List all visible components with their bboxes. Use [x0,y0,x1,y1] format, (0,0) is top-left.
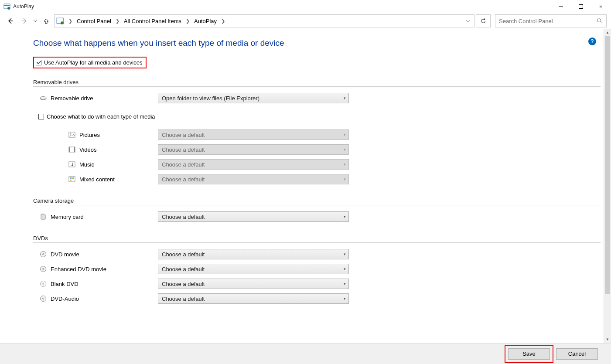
enhanced-dvd-dropdown[interactable]: Choose a default▾ [158,264,349,274]
dvd-item-label: Blank DVD [51,281,158,287]
dropdown-value: Choose a default [162,296,205,302]
videos-dropdown[interactable]: Choose a default▾ [158,144,349,155]
back-button[interactable] [4,15,17,27]
maximize-button[interactable] [571,0,591,13]
svg-rect-28 [44,214,44,215]
forward-button[interactable] [18,15,31,27]
address-bar[interactable]: ❯ Control Panel ❯ All Control Panel Item… [54,14,474,27]
search-box[interactable] [495,14,607,27]
svg-point-14 [40,97,46,99]
dropdown-value: Choose a default [162,281,205,287]
chevron-down-icon: ▾ [344,267,346,271]
svg-point-32 [43,269,44,270]
address-dropdown-icon[interactable] [464,20,472,22]
chevron-down-icon: ▾ [344,177,346,181]
media-type-label: Music [79,161,158,168]
svg-point-16 [70,133,72,135]
dvd-icon [38,280,48,287]
chevron-down-icon: ▾ [344,133,346,137]
search-input[interactable] [499,18,597,24]
mixed-content-icon [67,176,77,183]
cancel-button[interactable]: Cancel [556,348,598,360]
dropdown-value: Choose a default [162,214,205,220]
svg-point-11 [597,19,601,22]
dvd-icon [38,295,48,302]
media-type-label: Videos [79,146,158,153]
window-title: AutoPlay [13,3,34,10]
dropdown-value: Open folder to view files (File Explorer… [162,95,259,102]
removable-drive-icon [38,95,48,102]
svg-rect-23 [70,177,72,179]
chevron-down-icon: ▾ [344,96,346,100]
scrollbar-thumb[interactable] [605,36,610,294]
media-type-label: Mixed content [79,176,158,183]
dvd-movie-dropdown[interactable]: Choose a default▾ [158,249,349,259]
choose-each-type-label: Choose what to do with each type of medi… [47,113,155,120]
chevron-right-icon: ❯ [221,18,225,24]
dropdown-value: Choose a default [162,146,205,153]
close-button[interactable] [591,0,611,13]
svg-rect-24 [72,177,74,179]
chevron-down-icon: ▾ [344,214,346,219]
media-type-label: Pictures [79,132,158,138]
chevron-down-icon: ▾ [344,147,346,152]
address-icon [56,17,64,25]
svg-rect-19 [74,147,75,152]
dvd-item-label: DVD-Audio [51,296,158,302]
dvd-icon [38,265,48,272]
svg-point-2 [7,7,10,10]
history-dropdown[interactable] [32,20,38,22]
minimize-button[interactable] [551,0,571,13]
svg-rect-20 [69,162,75,167]
section-title-removable: Removable drives [33,79,601,85]
dropdown-value: Choose a default [162,132,205,138]
videos-icon [67,146,77,153]
chevron-right-icon: ❯ [186,18,190,24]
autoplay-master-label: Use AutoPlay for all media and devices [44,59,142,66]
svg-rect-27 [43,214,43,215]
refresh-button[interactable] [476,14,491,27]
svg-rect-4 [579,5,583,9]
autoplay-master-container: Use AutoPlay for all media and devices [33,57,147,68]
dropdown-value: Choose a default [162,161,205,168]
breadcrumb-item[interactable]: All Control Panel Items [122,17,183,25]
save-button[interactable]: Save [508,348,550,360]
pictures-dropdown[interactable]: Choose a default▾ [158,129,349,140]
autoplay-master-checkbox[interactable] [36,60,41,65]
mixed-content-dropdown[interactable]: Choose a default▾ [158,174,349,184]
footer-bar: Save Cancel [0,343,611,364]
chevron-right-icon: ❯ [116,18,119,24]
nav-bar: ❯ Control Panel ❯ All Control Panel Item… [0,13,611,29]
breadcrumb-item[interactable]: AutoPlay [192,17,218,25]
dropdown-value: Choose a default [162,176,205,183]
chevron-down-icon: ▾ [344,296,346,301]
search-icon[interactable] [597,18,603,24]
svg-point-30 [43,254,44,255]
svg-point-10 [61,21,64,24]
app-icon [3,3,10,10]
help-icon[interactable]: ? [588,37,596,45]
svg-line-12 [601,22,602,24]
breadcrumb-item[interactable]: Control Panel [75,17,113,25]
music-dropdown[interactable]: Choose a default▾ [158,159,349,170]
dvd-item-label: DVD movie [51,251,158,258]
chevron-down-icon: ▾ [344,282,346,286]
scroll-down-arrow[interactable]: ▼ [604,336,611,343]
svg-point-34 [43,283,44,285]
blank-dvd-dropdown[interactable]: Choose a default▾ [158,279,349,289]
vertical-scrollbar[interactable]: ▲ ▼ [604,29,611,343]
scroll-up-arrow[interactable]: ▲ [604,29,611,36]
svg-rect-1 [4,5,10,6]
memory-card-icon [38,213,48,220]
chevron-right-icon: ❯ [68,18,72,24]
up-button[interactable] [40,15,52,27]
choose-each-type-checkbox[interactable] [38,114,44,119]
dvd-audio-dropdown[interactable]: Choose a default▾ [158,293,349,304]
music-icon [67,161,77,168]
removable-drive-dropdown[interactable]: Open folder to view files (File Explorer… [158,93,349,103]
memory-card-dropdown[interactable]: Choose a default▾ [158,211,349,222]
dvd-icon [38,251,48,258]
removable-drive-label: Removable drive [51,95,158,102]
section-title-dvd: DVDs [33,235,601,242]
title-bar: AutoPlay [0,0,611,13]
